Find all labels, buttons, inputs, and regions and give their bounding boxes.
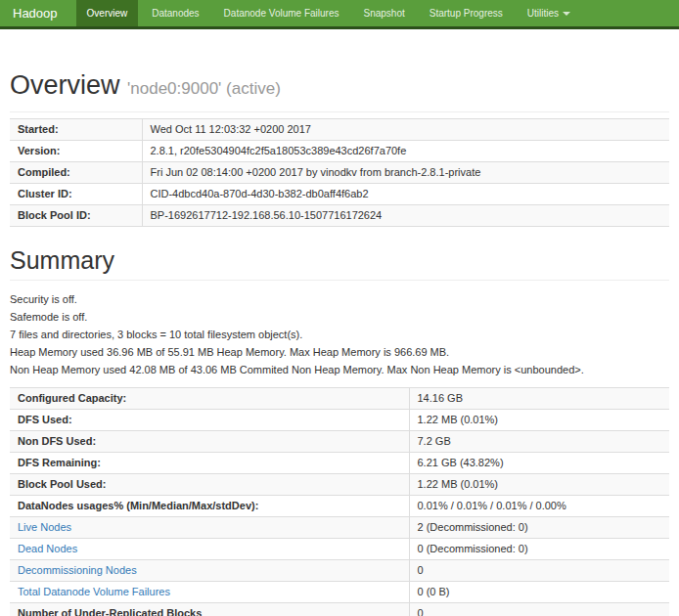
summary-paragraph: 7 files and directories, 3 blocks = 10 t… — [10, 330, 669, 340]
nav-item-datanodes: Datanodes — [141, 0, 209, 26]
row-label: Cluster ID: — [10, 184, 142, 205]
main-content: Overview 'node0:9000' (active) Started:W… — [0, 70, 679, 616]
row-value: 1.22 MB (0.01%) — [409, 474, 669, 496]
nav-item-startup-progress: Startup Progress — [419, 0, 514, 26]
row-label: DFS Used: — [10, 410, 409, 431]
row-value: 1.22 MB (0.01%) — [409, 410, 669, 431]
summary-table-row: Total Datanode Volume Failures0 (0 B) — [10, 582, 669, 603]
nav-item-utilities: Utilities — [517, 0, 581, 26]
overview-table-row: Compiled:Fri Jun 02 08:14:00 +0200 2017 … — [10, 162, 669, 184]
summary-table-row: DFS Remaining:6.21 GB (43.82%) — [10, 453, 669, 474]
row-label-link-cell: Decommissioning Nodes — [10, 560, 409, 582]
row-value: CID-4dbcd40a-870d-4d30-b382-db0aff4f6ab2 — [142, 184, 669, 205]
row-label-link-cell: Live Nodes — [10, 517, 409, 539]
summary-paragraph: Non Heap Memory used 42.08 MB of 43.06 M… — [10, 365, 669, 375]
summary-table-row: Live Nodes2 (Decommissioned: 0) — [10, 517, 669, 539]
summary-table-row: DFS Used:1.22 MB (0.01%) — [10, 410, 669, 431]
nav-link-datanode-volume-failures[interactable]: Datanode Volume Failures — [213, 0, 350, 26]
row-value: 0 — [409, 560, 669, 582]
row-value: 6.21 GB (43.82%) — [409, 453, 669, 474]
row-value: BP-1692617712-192.168.56.10-150771617262… — [142, 205, 669, 227]
summary-paragraph: Safemode is off. — [10, 312, 669, 323]
nav-label: Datanode Volume Failures — [224, 8, 340, 19]
row-value: Wed Oct 11 12:03:32 +0200 2017 — [142, 119, 669, 141]
navbar-menu: OverviewDatanodesDatanode Volume Failure… — [76, 0, 584, 26]
summary-paragraph: Heap Memory used 36.96 MB of 55.91 MB He… — [10, 347, 669, 358]
summary-title: Summary — [10, 246, 669, 274]
nav-link-startup-progress[interactable]: Startup Progress — [419, 0, 514, 26]
row-label-link-cell: Dead Nodes — [10, 539, 409, 560]
row-value: 0 (Decommissioned: 0) — [409, 539, 669, 560]
divider — [10, 280, 669, 281]
row-label: DFS Remaining: — [10, 453, 409, 474]
divider — [10, 111, 669, 112]
row-label: Block Pool ID: — [10, 205, 142, 227]
summary-table: Configured Capacity:14.16 GBDFS Used:1.2… — [10, 387, 669, 616]
overview-table-row: Block Pool ID:BP-1692617712-192.168.56.1… — [10, 205, 669, 227]
summary-table-row: Configured Capacity:14.16 GB — [10, 388, 669, 410]
summary-table-row: Number of Under-Replicated Blocks0 — [10, 603, 669, 616]
row-label-link-cell: Total Datanode Volume Failures — [10, 582, 409, 603]
navbar: Hadoop OverviewDatanodesDatanode Volume … — [0, 0, 679, 29]
nav-label: Snapshot — [363, 8, 404, 19]
row-value: 7.2 GB — [409, 431, 669, 453]
row-value: 2.8.1, r20fe5304904fc2f5a18053c389e43cd2… — [142, 141, 669, 162]
summary-table-row: Block Pool Used:1.22 MB (0.01%) — [10, 474, 669, 496]
row-label: Block Pool Used: — [10, 474, 409, 496]
row-label: Configured Capacity: — [10, 388, 409, 410]
nav-link-utilities[interactable]: Utilities — [517, 0, 581, 26]
overview-table-row: Version:2.8.1, r20fe5304904fc2f5a18053c3… — [10, 141, 669, 162]
overview-table-row: Cluster ID:CID-4dbcd40a-870d-4d30-b382-d… — [10, 184, 669, 205]
summary-paragraph: Security is off. — [10, 294, 669, 305]
row-value: 0 (0 B) — [409, 582, 669, 603]
summary-table-link-live-nodes[interactable]: Live Nodes — [18, 521, 71, 533]
summary-table-row: Non DFS Used:7.2 GB — [10, 431, 669, 453]
row-value: 2 (Decommissioned: 0) — [409, 517, 669, 539]
nav-label: Startup Progress — [430, 8, 503, 19]
nav-label: Datanodes — [152, 8, 199, 19]
nav-item-datanode-volume-failures: Datanode Volume Failures — [213, 0, 350, 26]
nav-link-snapshot[interactable]: Snapshot — [352, 0, 415, 26]
summary-table-link-dead-nodes[interactable]: Dead Nodes — [18, 543, 77, 554]
row-value: 0.01% / 0.01% / 0.01% / 0.00% — [409, 496, 669, 517]
nav-link-datanodes[interactable]: Datanodes — [141, 0, 209, 26]
row-label: Compiled: — [10, 162, 142, 184]
nav-link-overview[interactable]: Overview — [76, 0, 139, 26]
row-label: DataNodes usages% (Min/Median/Max/stdDev… — [10, 496, 409, 517]
nav-item-snapshot: Snapshot — [352, 0, 415, 26]
overview-table-row: Started:Wed Oct 11 12:03:32 +0200 2017 — [10, 119, 669, 141]
page-title: Overview 'node0:9000' (active) — [10, 70, 669, 104]
row-label: Started: — [10, 119, 142, 141]
namenode-address-state: 'node0:9000' (active) — [127, 79, 281, 98]
row-label: Version: — [10, 141, 142, 162]
navbar-brand[interactable]: Hadoop — [0, 0, 70, 26]
summary-table-link-total-datanode-volume-failures[interactable]: Total Datanode Volume Failures — [18, 586, 170, 597]
overview-table: Started:Wed Oct 11 12:03:32 +0200 2017Ve… — [10, 118, 669, 227]
summary-table-row: DataNodes usages% (Min/Median/Max/stdDev… — [10, 496, 669, 517]
summary-table-link-decommissioning-nodes[interactable]: Decommissioning Nodes — [18, 564, 137, 576]
row-value: Fri Jun 02 08:14:00 +0200 2017 by vinodk… — [142, 162, 669, 184]
overview-title: Overview — [10, 70, 120, 100]
nav-item-overview: Overview — [76, 0, 139, 26]
summary-text: Security is off.Safemode is off.7 files … — [10, 294, 669, 375]
summary-table-row: Dead Nodes0 (Decommissioned: 0) — [10, 539, 669, 560]
summary-table-row: Decommissioning Nodes0 — [10, 560, 669, 582]
nav-label: Overview — [87, 8, 128, 19]
caret-down-icon — [563, 12, 570, 16]
row-value: 14.16 GB — [409, 388, 669, 410]
nav-label: Utilities — [527, 8, 559, 19]
row-label: Number of Under-Replicated Blocks — [10, 603, 409, 616]
row-value: 0 — [409, 603, 669, 616]
row-label: Non DFS Used: — [10, 431, 409, 453]
